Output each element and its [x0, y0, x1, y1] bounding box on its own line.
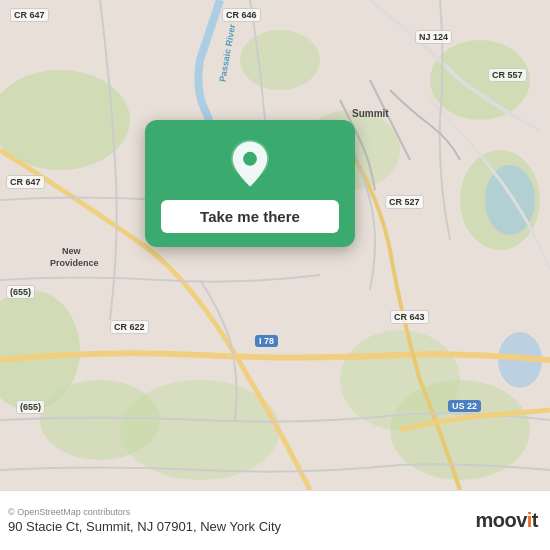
- pin-icon: [224, 138, 276, 190]
- svg-point-14: [243, 152, 257, 166]
- road-label-nj124: NJ 124: [415, 30, 452, 44]
- road-label-655-top: (655): [6, 285, 35, 299]
- place-label-summit: Summit: [352, 108, 389, 119]
- svg-point-9: [240, 30, 320, 90]
- road-label-i78: I 78: [255, 335, 278, 347]
- action-card: Take me there: [145, 120, 355, 247]
- road-label-cr643: CR 643: [390, 310, 429, 324]
- address-text: 90 Stacie Ct, Summit, NJ 07901, New York…: [8, 519, 281, 534]
- road-label-us22: US 22: [448, 400, 481, 412]
- road-label-cr647-mid: CR 647: [6, 175, 45, 189]
- road-label-655-bot: (655): [16, 400, 45, 414]
- take-me-there-button[interactable]: Take me there: [161, 200, 339, 233]
- road-label-cr622: CR 622: [110, 320, 149, 334]
- place-label-providence: Providence: [50, 258, 99, 268]
- moovit-logo: moovit: [475, 509, 538, 532]
- road-label-cr557: CR 557: [488, 68, 527, 82]
- address-section: © OpenStreetMap contributors 90 Stacie C…: [8, 507, 281, 534]
- moovit-text: moovit: [475, 509, 538, 532]
- road-label-cr646: CR 646: [222, 8, 261, 22]
- road-label-cr527: CR 527: [385, 195, 424, 209]
- bottom-bar: © OpenStreetMap contributors 90 Stacie C…: [0, 490, 550, 550]
- road-label-cr647-top: CR 647: [10, 8, 49, 22]
- attribution: © OpenStreetMap contributors: [8, 507, 281, 517]
- place-label-new: New: [62, 246, 81, 256]
- map-container: CR 647 CR 646 NJ 124 CR 557 CR 647 CR 52…: [0, 0, 550, 490]
